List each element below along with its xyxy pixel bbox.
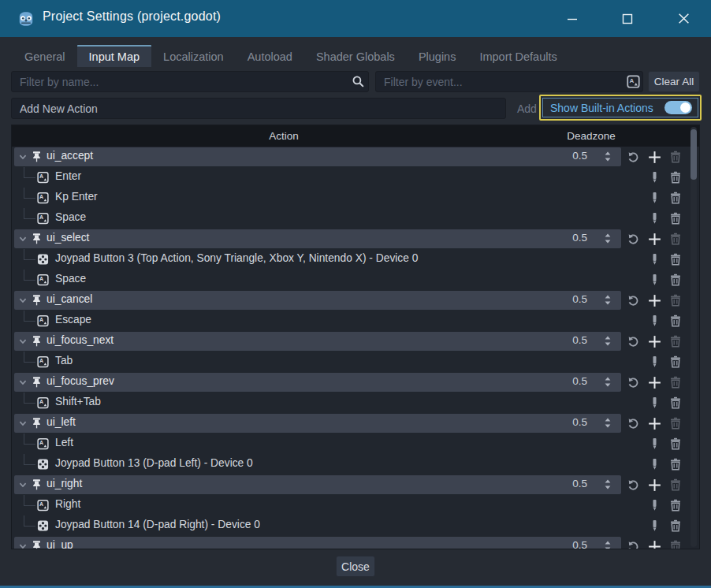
add-event-button[interactable] [646,231,663,247]
event-row[interactable]: Joypad Button 13 (D-pad Left) - Device 0 [12,454,699,474]
chevron-down-icon[interactable] [17,479,28,490]
delete-event-button[interactable] [667,354,684,370]
edit-event-button[interactable] [646,354,663,370]
delete-event-button[interactable] [667,313,684,329]
delete-event-button[interactable] [667,251,684,267]
revert-action-button[interactable] [624,333,642,349]
vertical-scrollbar[interactable] [691,127,697,547]
delete-action-button[interactable] [667,292,684,308]
delete-event-button[interactable] [667,436,684,452]
revert-action-button[interactable] [624,477,642,493]
delete-event-button[interactable] [667,272,684,288]
deadzone-spinner-icon[interactable] [602,335,614,348]
delete-action-button[interactable] [667,538,684,549]
delete-event-button[interactable] [667,497,684,513]
action-row[interactable]: ui_select0.5 [12,229,699,249]
edit-event-button[interactable] [646,251,663,267]
action-row[interactable]: ui_cancel0.5 [12,290,699,311]
edit-event-button[interactable] [646,518,663,534]
deadzone-value[interactable]: 0.5 [532,539,587,549]
event-row[interactable]: Joypad Button 3 (Top Action, Sony Triang… [12,249,699,270]
deadzone-value[interactable]: 0.5 [532,478,587,489]
edit-event-button[interactable] [646,436,663,452]
chevron-down-icon[interactable] [17,336,28,347]
revert-action-button[interactable] [624,538,642,549]
edit-event-button[interactable] [646,456,663,472]
tab-import-defaults[interactable]: Import Defaults [467,45,568,67]
add-event-button[interactable] [646,374,663,390]
filter-by-event-input[interactable] [375,71,643,92]
revert-action-button[interactable] [624,292,642,308]
clear-all-button[interactable]: Clear All [648,71,700,92]
event-row[interactable]: AShift+Tab [12,393,699,413]
event-row[interactable]: ALeft [12,434,699,454]
deadzone-spinner-icon[interactable] [602,233,614,245]
action-row[interactable]: ui_right0.5 [12,474,699,495]
revert-action-button[interactable] [624,231,642,247]
chevron-down-icon[interactable] [17,233,28,244]
event-row[interactable]: ATab [12,352,699,372]
edit-event-button[interactable] [646,169,663,185]
delete-action-button[interactable] [667,374,684,390]
scrollbar-thumb[interactable] [691,129,697,180]
deadzone-spinner-icon[interactable] [602,417,614,430]
event-row[interactable]: ARight [12,495,699,515]
add-event-button[interactable] [646,149,663,165]
edit-event-button[interactable] [646,190,663,206]
event-row[interactable]: Joypad Button 14 (D-pad Right) - Device … [12,515,699,536]
chevron-down-icon[interactable] [17,418,28,429]
delete-event-button[interactable] [667,190,684,206]
event-row[interactable]: ASpace [12,208,699,229]
delete-action-button[interactable] [667,415,684,431]
edit-event-button[interactable] [646,497,663,513]
deadzone-spinner-icon[interactable] [602,376,614,389]
action-row[interactable]: ui_accept0.5 [12,147,699,167]
add-event-button[interactable] [646,538,663,549]
deadzone-value[interactable]: 0.5 [532,293,587,305]
edit-event-button[interactable] [646,313,663,329]
delete-action-button[interactable] [667,231,684,247]
tab-shader-globals[interactable]: Shader Globals [304,45,407,67]
tab-general[interactable]: General [13,45,77,67]
deadzone-spinner-icon[interactable] [602,540,614,549]
close-dialog-button[interactable]: Close [336,556,375,577]
tab-localization[interactable]: Localization [151,45,236,67]
revert-action-button[interactable] [624,415,642,431]
add-event-button[interactable] [646,333,663,349]
deadzone-value[interactable]: 0.5 [532,232,587,244]
edit-event-button[interactable] [646,395,663,411]
event-row[interactable]: AEnter [12,167,699,188]
add-new-action-input[interactable] [11,98,506,119]
add-action-button[interactable]: Add [511,98,543,119]
add-event-button[interactable] [646,292,663,308]
delete-action-button[interactable] [667,149,684,165]
delete-event-button[interactable] [667,456,684,472]
delete-event-button[interactable] [667,395,684,411]
delete-action-button[interactable] [667,477,684,493]
chevron-down-icon[interactable] [17,541,28,549]
deadzone-value[interactable]: 0.5 [532,150,587,162]
chevron-down-icon[interactable] [17,151,28,162]
event-row[interactable]: AEscape [12,311,699,331]
action-row[interactable]: ui_up0.5 [12,536,699,549]
tab-input-map[interactable]: Input Map [77,45,152,67]
deadzone-value[interactable]: 0.5 [532,334,587,346]
minimize-button[interactable] [554,0,590,37]
edit-event-button[interactable] [646,272,663,288]
tab-autoload[interactable]: Autoload [236,45,304,67]
edit-event-button[interactable] [646,210,663,226]
deadzone-spinner-icon[interactable] [602,294,614,307]
close-window-button[interactable] [665,0,702,37]
show-builtin-actions-toggle[interactable] [664,101,692,114]
delete-action-button[interactable] [667,333,684,349]
deadzone-value[interactable]: 0.5 [532,416,587,428]
event-row[interactable]: AKp Enter [12,188,699,208]
delete-event-button[interactable] [667,518,684,534]
chevron-down-icon[interactable] [17,377,28,388]
delete-event-button[interactable] [667,169,684,185]
tab-plugins[interactable]: Plugins [407,45,468,67]
event-row[interactable]: ASpace [12,270,699,290]
delete-event-button[interactable] [667,210,684,226]
add-event-button[interactable] [646,477,663,493]
revert-action-button[interactable] [624,149,642,165]
